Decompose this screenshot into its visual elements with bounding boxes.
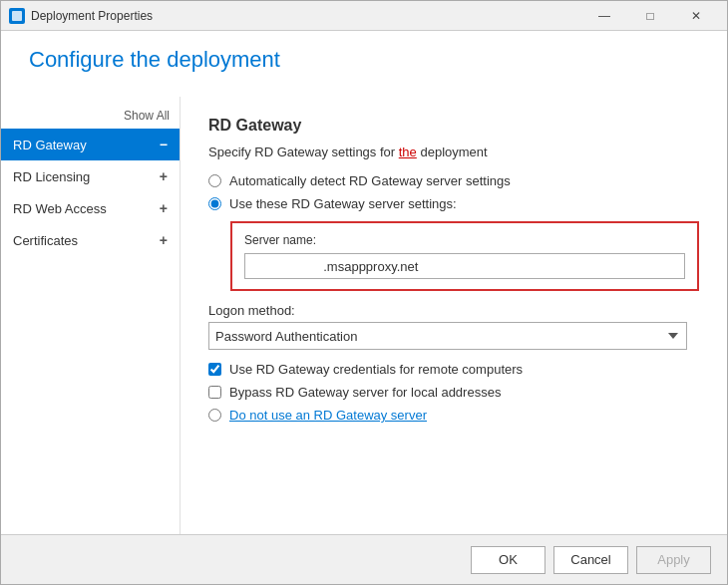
sidebar-item-label-certificates: Certificates xyxy=(13,233,160,248)
server-name-box: Server name: xyxy=(230,221,699,291)
page-title: Configure the deployment xyxy=(29,47,699,73)
logon-label: Logon method: xyxy=(208,303,699,318)
sidebar-item-rd-web-access[interactable]: RD Web Access + xyxy=(1,192,180,224)
logon-method-select[interactable]: Password Authentication xyxy=(208,322,687,350)
logon-section: Logon method: Password Authentication xyxy=(208,303,699,350)
radio-donot: Do not use an RD Gateway server xyxy=(208,408,699,423)
cancel-button[interactable]: Cancel xyxy=(553,546,628,574)
footer: OK Cancel Apply xyxy=(1,534,727,584)
apply-button[interactable]: Apply xyxy=(636,546,711,574)
section-description: Specify RD Gateway settings for the depl… xyxy=(208,145,699,159)
show-all-label: Show All xyxy=(1,105,180,129)
radio-use-input[interactable] xyxy=(208,197,221,210)
sidebar-plus-icon-web-access: + xyxy=(160,200,168,216)
main-panel: RD Gateway Specify RD Gateway settings f… xyxy=(181,97,727,534)
radio-auto-label[interactable]: Automatically detect RD Gateway server s… xyxy=(229,173,511,188)
svg-rect-0 xyxy=(12,11,22,21)
deployment-properties-window: Deployment Properties — □ ✕ Configure th… xyxy=(0,0,728,585)
checkbox-group: Use RD Gateway credentials for remote co… xyxy=(208,362,699,400)
highlight-text: the xyxy=(399,145,417,159)
app-icon xyxy=(9,8,25,24)
server-name-input[interactable] xyxy=(244,253,685,279)
maximize-button[interactable]: □ xyxy=(627,1,673,31)
sidebar-item-rd-gateway[interactable]: RD Gateway − xyxy=(1,129,180,160)
sidebar-item-certificates[interactable]: Certificates + xyxy=(1,224,180,256)
checkbox-credentials-input[interactable] xyxy=(208,363,221,376)
sidebar-item-label-rd-gateway: RD Gateway xyxy=(13,138,160,152)
radio-auto-detect: Automatically detect RD Gateway server s… xyxy=(208,173,699,188)
radio-auto-input[interactable] xyxy=(208,174,221,187)
title-bar-text: Deployment Properties xyxy=(31,9,581,23)
radio-use-label[interactable]: Use these RD Gateway server settings: xyxy=(229,196,457,211)
ok-button[interactable]: OK xyxy=(471,546,546,574)
sidebar-item-label-rd-web-access: RD Web Access xyxy=(13,201,160,216)
checkbox-credentials-label[interactable]: Use RD Gateway credentials for remote co… xyxy=(229,362,523,377)
radio-donot-label[interactable]: Do not use an RD Gateway server xyxy=(229,408,427,423)
checkbox-item-credentials: Use RD Gateway credentials for remote co… xyxy=(208,362,699,377)
minimize-button[interactable]: — xyxy=(581,1,627,31)
radio-donot-input[interactable] xyxy=(208,409,221,422)
window-controls: — □ ✕ xyxy=(581,1,719,31)
sidebar-plus-icon-certificates: + xyxy=(160,232,168,248)
checkbox-bypass-label[interactable]: Bypass RD Gateway server for local addre… xyxy=(229,385,501,400)
sidebar-item-label-rd-licensing: RD Licensing xyxy=(13,169,160,184)
checkbox-item-bypass: Bypass RD Gateway server for local addre… xyxy=(208,385,699,400)
checkbox-bypass-input[interactable] xyxy=(208,386,221,399)
server-name-label: Server name: xyxy=(244,233,685,247)
close-button[interactable]: ✕ xyxy=(673,1,719,31)
title-bar: Deployment Properties — □ ✕ xyxy=(1,1,727,31)
sidebar: Show All RD Gateway − RD Licensing + RD … xyxy=(1,97,181,534)
content-area: Show All RD Gateway − RD Licensing + RD … xyxy=(1,97,727,534)
radio-group-gateway: Automatically detect RD Gateway server s… xyxy=(208,173,699,211)
section-title: RD Gateway xyxy=(208,117,699,135)
sidebar-plus-icon-licensing: + xyxy=(160,168,168,184)
sidebar-item-rd-licensing[interactable]: RD Licensing + xyxy=(1,160,180,192)
radio-use-these: Use these RD Gateway server settings: xyxy=(208,196,699,211)
sidebar-minus-icon: − xyxy=(160,137,168,152)
